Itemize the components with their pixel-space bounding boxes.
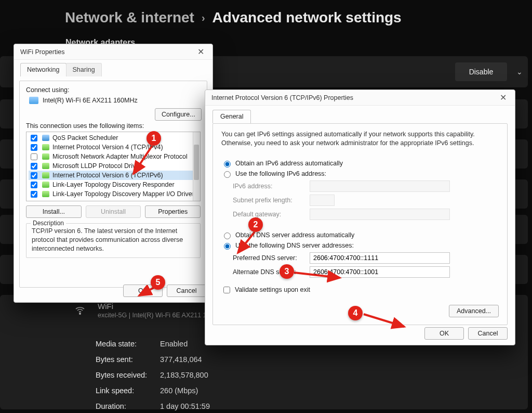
preferred-dns-input[interactable] [310, 252, 450, 264]
stat-label: Media state: [96, 336, 160, 352]
item-label: QoS Packet Scheduler [52, 134, 118, 141]
field-label: Default gateway: [233, 211, 305, 218]
item-checkbox[interactable] [31, 153, 37, 160]
item-label: Microsoft Network Adapter Multiplexor Pr… [52, 153, 188, 160]
ipv6-address-input [310, 180, 450, 192]
chevron-right-icon: › [202, 12, 205, 24]
annotation-5: 5 [151, 275, 165, 290]
chevron-down-icon[interactable]: ⌄ [516, 68, 523, 76]
properties-button[interactable]: Properties [145, 205, 201, 218]
adapter-name: Intel(R) Wi-Fi 6E AX211 160MHz [43, 97, 138, 104]
uninstall-button: Uninstall [86, 205, 141, 218]
item-checkbox[interactable] [31, 135, 37, 141]
radio-auto-address[interactable]: Obtain an IPv6 address automatically [221, 159, 499, 167]
protocol-icon [42, 153, 49, 160]
annotation-arrow [128, 144, 159, 180]
default-gateway-input [310, 209, 450, 220]
item-checkbox[interactable] [31, 172, 37, 179]
stat-value: 260 (Mbps) [160, 386, 198, 395]
protocol-icon [42, 144, 49, 150]
item-checkbox[interactable] [31, 191, 37, 198]
annotation-2: 2 [248, 217, 263, 232]
list-item[interactable]: Internet Protocol Version 6 (TCP/IPv6) [29, 171, 198, 180]
cancel-button[interactable]: Cancel [167, 285, 206, 297]
wifi-properties-dialog: WiFi Properties ✕ Networking Sharing Con… [14, 44, 213, 303]
intro-text: You can get IPv6 settings assigned autom… [221, 130, 499, 148]
annotation-arrow [362, 311, 408, 332]
protocol-icon [42, 182, 49, 188]
close-button[interactable]: ✕ [194, 46, 207, 58]
wifi-adapter-row[interactable]: WiFi excitel-5G | Intel(R) Wi-Fi 6E AX21… [73, 302, 227, 319]
scrollbar[interactable] [193, 132, 200, 201]
item-checkbox[interactable] [31, 182, 37, 188]
install-button[interactable]: Install... [26, 205, 82, 218]
list-item[interactable]: QoS Packet Scheduler [29, 133, 198, 143]
list-item[interactable]: Microsoft LLDP Protocol Driver [29, 161, 198, 171]
tab-networking[interactable]: Networking [20, 63, 66, 76]
stat-value: 1 day 00:51:59 [160, 402, 210, 410]
items-label: This connection uses the following items… [26, 122, 201, 130]
annotation-4: 4 [348, 306, 363, 320]
breadcrumb-parent[interactable]: Network & internet [65, 9, 194, 26]
field-label: IPv6 address: [233, 183, 305, 190]
ipv6-properties-dialog: Internet Protocol Version 6 (TCP/IPv6) P… [205, 89, 515, 345]
advanced-button[interactable]: Advanced... [449, 305, 499, 317]
subnet-prefix-input [310, 195, 335, 206]
validate-settings-checkbox[interactable]: Validate settings upon exit [221, 285, 499, 295]
dialog-title: WiFi Properties [20, 48, 64, 56]
ok-button[interactable]: OK [424, 327, 464, 340]
stat-value: 377,418,064 [160, 355, 202, 364]
cancel-button[interactable]: Cancel [468, 327, 508, 340]
connection-items-list[interactable]: QoS Packet SchedulerInternet Protocol Ve… [26, 132, 201, 201]
item-checkbox[interactable] [31, 163, 37, 170]
tab-general[interactable]: General [212, 110, 251, 123]
protocol-icon [42, 135, 49, 141]
wifi-icon [73, 303, 87, 318]
protocol-icon [42, 172, 49, 178]
list-item[interactable]: Internet Protocol Version 4 (TCP/IPv4) [29, 143, 198, 152]
field-label: Subnet prefix length: [233, 197, 305, 204]
list-item[interactable]: Microsoft Network Adapter Multiplexor Pr… [29, 152, 198, 161]
item-label: Link-Layer Topology Discovery Responder [52, 181, 175, 188]
breadcrumb: Network & internet › Advanced network se… [65, 9, 402, 26]
stat-label: Bytes sent: [96, 352, 160, 367]
stat-label: Duration: [96, 398, 160, 413]
item-checkbox[interactable] [31, 144, 37, 151]
annotation-arrow [234, 230, 265, 259]
protocol-icon [42, 163, 49, 169]
wifi-stats: Media state:Enabled Bytes sent:377,418,0… [96, 336, 210, 413]
stat-value: Enabled [160, 340, 188, 348]
item-label: Link-Layer Topology Discovery Mapper I/O… [52, 190, 194, 198]
annotation-1: 1 [147, 131, 161, 146]
configure-button[interactable]: Configure... [155, 108, 202, 121]
disable-button[interactable]: Disable [455, 62, 507, 81]
connect-using-label: Connect using: [26, 86, 201, 94]
annotation-arrow [292, 268, 344, 284]
annotation-3: 3 [280, 264, 294, 279]
stat-label: Link speed: [96, 383, 160, 398]
tab-sharing[interactable]: Sharing [66, 63, 102, 76]
protocol-icon [42, 191, 49, 197]
list-item[interactable]: Link-Layer Topology Discovery Responder [29, 180, 198, 189]
svg-point-0 [79, 313, 81, 314]
stat-value: 2,183,578,800 [160, 371, 208, 379]
breadcrumb-current: Advanced network settings [212, 9, 402, 26]
list-item[interactable]: Link-Layer Topology Discovery Mapper I/O… [29, 189, 198, 199]
radio-use-address[interactable]: Use the following IPv6 address: [221, 170, 499, 178]
adapter-icon [29, 97, 38, 104]
close-button[interactable]: ✕ [496, 92, 510, 104]
description-text: TCP/IP version 6. The latest version of … [32, 227, 195, 253]
stat-label: Bytes received: [96, 367, 160, 383]
dialog-title: Internet Protocol Version 6 (TCP/IPv6) P… [211, 94, 353, 101]
description-label: Description [31, 220, 66, 227]
